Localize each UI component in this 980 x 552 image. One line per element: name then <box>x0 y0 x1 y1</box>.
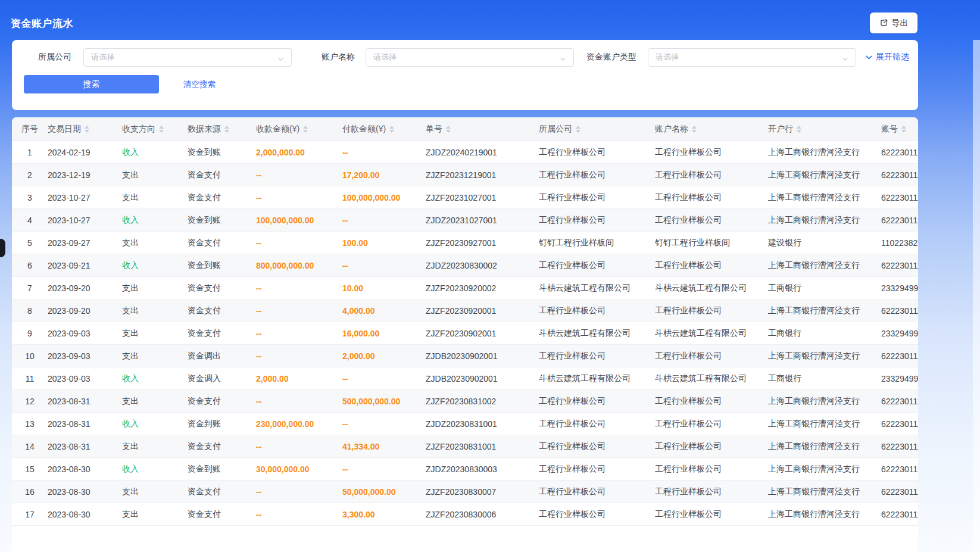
column-header-label: 付款金额(¥) <box>342 124 386 135</box>
transactions-table: 序号交易日期收支方向数据来源收款金额(¥)付款金额(¥)单号所属公司账户名称开户… <box>12 117 918 552</box>
company-select-placeholder: 请选择 <box>91 52 114 63</box>
sort-icon[interactable] <box>576 126 580 133</box>
cell-seq: 11 <box>12 374 48 383</box>
column-header-label: 交易日期 <box>48 124 81 135</box>
cell-seq: 9 <box>12 329 48 338</box>
sort-icon[interactable] <box>692 126 697 133</box>
cell-company: 工程行业样板公司 <box>539 464 655 475</box>
expand-filter-link[interactable]: 展开筛选 <box>865 52 909 63</box>
cell-bank: 上海工商银行漕河泾支行 <box>768 305 881 316</box>
cell-date: 2023-10-27 <box>48 193 122 202</box>
column-header-label: 账号 <box>881 124 898 135</box>
cell-source: 资金到账 <box>188 215 256 226</box>
column-header-label: 收支方向 <box>122 124 155 135</box>
table-row: 92023-09-03支出资金支付--16,000.00ZJZF20230902… <box>12 322 918 345</box>
cell-direction: 支出 <box>122 283 188 294</box>
cell-amount_out: -- <box>342 464 426 474</box>
cell-date: 2023-08-31 <box>48 442 122 451</box>
column-header-bank[interactable]: 开户行 <box>768 124 881 135</box>
column-header-account_no[interactable]: 账号 <box>881 124 918 135</box>
cell-bank: 上海工商银行漕河泾支行 <box>768 260 881 271</box>
table-row: 132023-08-31收入资金到账230,000,000.00--ZJDZ20… <box>12 413 918 435</box>
table-row: 82023-09-20支出资金支付--4,000.00ZJZF202309200… <box>12 300 918 322</box>
column-header-amount_in[interactable]: 收款金额(¥) <box>256 124 342 135</box>
cell-date: 2023-09-20 <box>48 306 122 316</box>
cell-direction: 支出 <box>122 170 188 180</box>
cell-date: 2023-09-27 <box>48 238 122 248</box>
cell-amount_out: 500,000,000.00 <box>342 397 426 406</box>
cell-amount_out: -- <box>342 216 426 225</box>
cell-company: 斗栱云建筑工程有限公司 <box>539 373 655 384</box>
cell-company: 钉钉工程行业样板间 <box>539 238 655 248</box>
column-header-source[interactable]: 数据来源 <box>188 124 256 135</box>
page-title: 资金账户流水 <box>11 17 73 30</box>
cell-company: 工程行业样板公司 <box>539 509 655 520</box>
cell-order_no: ZJDZ20230831001 <box>426 419 539 429</box>
cell-account_no: 622230111 <box>881 464 918 474</box>
account-select[interactable]: 请选择 <box>366 48 574 67</box>
column-header-amount_out[interactable]: 付款金额(¥) <box>342 124 426 135</box>
sort-icon[interactable] <box>159 126 164 133</box>
company-select[interactable]: 请选择 <box>83 48 292 67</box>
cell-account_name: 斗栱云建筑工程有限公司 <box>655 283 768 294</box>
cell-company: 斗栱云建筑工程有限公司 <box>539 328 655 339</box>
cell-seq: 16 <box>12 487 48 497</box>
sort-icon[interactable] <box>303 126 308 133</box>
account-type-select[interactable]: 请选择 <box>648 48 856 67</box>
cell-company: 工程行业样板公司 <box>539 305 655 316</box>
export-button-label: 导出 <box>892 18 909 29</box>
cell-amount_in: 30,000,000.00 <box>256 464 342 474</box>
cell-date: 2023-08-30 <box>48 464 122 474</box>
column-header-date[interactable]: 交易日期 <box>48 124 122 135</box>
cell-source: 资金到账 <box>188 464 256 475</box>
scrollbar-track[interactable] <box>973 40 980 552</box>
column-header-label: 单号 <box>426 124 442 135</box>
cell-direction: 支出 <box>122 192 188 203</box>
cell-account_no: 110223823 <box>881 238 918 248</box>
cell-account_no: 622230111 <box>881 442 918 451</box>
cell-direction: 支出 <box>122 305 188 316</box>
cell-amount_out: 41,334.00 <box>342 442 426 451</box>
cell-account_no: 622230111 <box>881 306 918 316</box>
sort-icon[interactable] <box>389 126 394 133</box>
column-header-company[interactable]: 所属公司 <box>539 124 655 135</box>
cell-order_no: ZJZF20230920001 <box>426 306 539 316</box>
cell-account_no: 233294994 <box>881 329 918 338</box>
clear-search-link[interactable]: 清空搜索 <box>183 79 216 90</box>
export-button[interactable]: 导出 <box>870 13 917 33</box>
cell-amount_in: -- <box>256 283 342 293</box>
cell-company: 工程行业样板公司 <box>539 260 655 271</box>
column-header-order_no[interactable]: 单号 <box>426 124 539 135</box>
cell-account_no: 622230111 <box>881 193 918 202</box>
search-button[interactable]: 搜索 <box>24 75 159 93</box>
drawer-handle[interactable] <box>0 239 5 257</box>
cell-source: 资金到账 <box>188 260 256 271</box>
cell-order_no: ZJZF20230830006 <box>426 510 539 519</box>
chevron-down-icon <box>842 54 848 61</box>
table-row: 122023-08-31支出资金支付--500,000,000.00ZJZF20… <box>12 390 918 413</box>
column-header-seq: 序号 <box>12 124 48 135</box>
table-row: 62023-09-21收入资金到账800,000,000.00--ZJDZ202… <box>12 254 918 277</box>
sort-icon[interactable] <box>85 126 89 133</box>
sort-icon[interactable] <box>446 126 451 133</box>
cell-direction: 支出 <box>122 486 188 497</box>
sort-icon[interactable] <box>224 126 229 133</box>
sort-icon[interactable] <box>901 126 906 133</box>
cell-date: 2023-09-03 <box>48 374 122 383</box>
cell-seq: 2 <box>12 170 48 180</box>
cell-seq: 5 <box>12 238 48 248</box>
cell-order_no: ZJDB20230902001 <box>426 351 539 361</box>
cell-bank: 上海工商银行漕河泾支行 <box>768 170 881 180</box>
cell-seq: 14 <box>12 442 48 451</box>
cell-bank: 上海工商银行漕河泾支行 <box>768 486 881 497</box>
cell-source: 资金调入 <box>188 373 256 384</box>
cell-seq: 17 <box>12 510 48 519</box>
column-header-account_name[interactable]: 账户名称 <box>655 124 768 135</box>
cell-account_no: 622230111 <box>881 170 918 180</box>
sort-icon[interactable] <box>797 126 801 133</box>
cell-amount_in: -- <box>256 329 342 338</box>
cell-amount_in: -- <box>256 170 342 180</box>
table-row: 72023-09-20支出资金支付--10.00ZJZF20230920002斗… <box>12 277 918 300</box>
table-row: 42023-10-27收入资金到账100,000,000.00--ZJDZ202… <box>12 209 918 232</box>
column-header-direction[interactable]: 收支方向 <box>122 124 188 135</box>
